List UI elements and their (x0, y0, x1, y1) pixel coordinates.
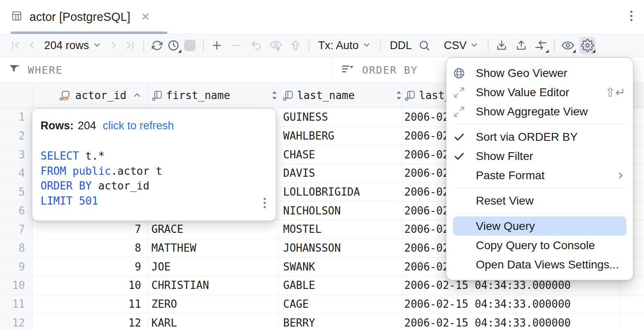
cell-last-name[interactable]: CAGE (278, 295, 403, 314)
cell-actor-id[interactable]: 8 (33, 239, 148, 258)
popup-kebab-icon[interactable] (263, 197, 267, 211)
export-format-dropdown[interactable]: CSV (440, 38, 483, 52)
menu-item-paste-format[interactable]: Paste Format (446, 166, 633, 185)
cell-actor-id[interactable]: 7 (33, 220, 148, 239)
header-gutter[interactable] (0, 83, 33, 108)
cell-last-name[interactable]: LOLLOBRIGIDA (278, 183, 403, 202)
menu-item-show-geo-viewer[interactable]: Show Geo Viewer (446, 63, 633, 83)
download-icon[interactable] (493, 37, 510, 54)
refresh-icon[interactable] (149, 37, 165, 54)
where-filter-input[interactable]: WHERE (0, 57, 331, 83)
cell-first-name[interactable]: CHRISTIAN (148, 276, 278, 295)
column-icon (404, 90, 416, 101)
menu-item-open-data-views-settings[interactable]: Open Data Views Settings... (446, 255, 633, 274)
sql-line: FROM public.actor t (41, 164, 268, 179)
row-number[interactable]: 9 (0, 257, 33, 276)
cell-first-name[interactable]: MATTHEW (148, 239, 278, 258)
sort-both-icon[interactable] (396, 90, 402, 101)
tab-actor-postgresql[interactable]: actor [PostgreSQL] ✕ (11, 0, 153, 34)
row-number[interactable]: 2 (0, 127, 33, 146)
menu-item-copy-query-to-console[interactable]: Copy Query to Console (446, 236, 633, 255)
menu-item-show-value-editor[interactable]: Show Value Editor⇧↵ (446, 83, 633, 102)
cell-last-name[interactable]: DAVIS (278, 164, 403, 183)
compare-icon[interactable] (533, 37, 549, 54)
search-icon[interactable] (416, 37, 432, 54)
column-header-last-name[interactable]: last_name (278, 83, 403, 108)
sort-both-icon[interactable] (271, 90, 278, 101)
submenu-chevron-icon (616, 171, 626, 180)
row-number[interactable]: 4 (0, 164, 33, 183)
cell-first-name[interactable]: ZERO (148, 295, 278, 314)
page-size-dropdown[interactable]: 204 rows (40, 38, 106, 52)
cell-last-update[interactable]: 2006-02-15 04:34:33.000000 (403, 313, 620, 329)
table-row: 1212KARLBERRY2006-02-15 04:34:33.000000 (0, 313, 644, 329)
menu-item-label: Show Geo Viewer (476, 67, 626, 80)
cell-last-name[interactable]: JOHANSSON (278, 239, 403, 258)
cell-actor-id[interactable]: 10 (33, 276, 148, 295)
column-header-first-name[interactable]: first_name (148, 83, 278, 108)
geo-viewer-icon (453, 67, 476, 79)
refresh-link[interactable]: click to refresh (103, 119, 174, 132)
query-tooltip-popup: Rows: 204 click to refresh SELECT t.*FRO… (32, 108, 276, 221)
toolbar-separator (488, 39, 489, 52)
upload-icon[interactable] (513, 37, 529, 54)
cell-last-name[interactable]: CHASE (278, 145, 403, 164)
delete-row-icon[interactable] (228, 37, 245, 54)
undo-icon[interactable] (248, 37, 264, 54)
menu-item-show-filter[interactable]: Show Filter (446, 146, 633, 166)
menu-item-reset-view[interactable]: Reset View (446, 191, 633, 210)
cell-last-name[interactable]: WAHLBERG (278, 127, 403, 146)
column-header-actor-id[interactable]: actor_id (33, 83, 148, 108)
row-number[interactable]: 11 (0, 295, 33, 314)
cell-last-name[interactable]: BERRY (278, 313, 403, 329)
menu-item-label: Open Data Views Settings... (476, 258, 626, 271)
row-number[interactable]: 5 (0, 183, 33, 202)
menu-item-sort-via-order-by[interactable]: Sort via ORDER BY (446, 127, 633, 146)
row-number[interactable]: 1 (0, 108, 33, 127)
cell-last-name[interactable]: GABLE (278, 276, 403, 295)
cell-actor-id[interactable]: 12 (33, 313, 148, 329)
column-icon (282, 90, 294, 101)
row-number[interactable]: 10 (0, 276, 33, 295)
cell-first-name[interactable]: GRACE (148, 220, 278, 239)
cell-last-name[interactable]: GUINESS (278, 108, 403, 127)
menu-item-view-query[interactable]: View Query (453, 216, 626, 236)
row-number[interactable]: 7 (0, 220, 33, 239)
menu-separator (453, 188, 626, 188)
cell-last-name[interactable]: NICHOLSON (278, 201, 403, 220)
data-toolbar: 204 rows Tx: Auto DDL CSV (0, 34, 644, 57)
row-number[interactable]: 6 (0, 201, 33, 220)
cell-last-name[interactable]: SWANK (278, 257, 403, 276)
cell-first-name[interactable]: JOE (148, 257, 278, 276)
first-page-icon[interactable] (7, 37, 24, 54)
rows-label: Rows: (41, 119, 74, 132)
cell-first-name[interactable]: KARL (148, 313, 278, 329)
ddl-button[interactable]: DDL (386, 39, 416, 52)
expand-icon (453, 106, 476, 118)
prev-page-icon[interactable] (24, 37, 40, 54)
stop-square (184, 40, 196, 51)
tx-mode-dropdown[interactable]: Tx: Auto (314, 38, 375, 52)
cell-actor-id[interactable]: 9 (33, 257, 148, 276)
ddl-label: DDL (390, 39, 412, 52)
table-row: 1111ZEROCAGE2006-02-15 04:34:33.000000 (0, 295, 644, 314)
cell-last-update[interactable]: 2006-02-15 04:34:33.000000 (403, 295, 620, 314)
cell-last-name[interactable]: MOSTEL (278, 220, 403, 239)
submit-icon[interactable] (287, 37, 304, 54)
sort-asc-icon[interactable] (132, 90, 142, 100)
cell-actor-id[interactable]: 11 (33, 295, 148, 314)
tab-bar-kebab-icon[interactable] (629, 10, 633, 24)
preview-changes-icon[interactable] (268, 37, 284, 54)
row-number[interactable]: 8 (0, 239, 33, 258)
add-row-icon[interactable] (209, 37, 225, 54)
gear-icon[interactable] (579, 37, 596, 54)
menu-item-show-aggregate-view[interactable]: Show Aggregate View (446, 102, 633, 121)
row-number[interactable]: 3 (0, 145, 33, 164)
next-page-icon[interactable] (106, 37, 122, 54)
row-number[interactable]: 12 (0, 313, 33, 329)
eye-icon[interactable] (560, 37, 576, 54)
stop-icon[interactable] (182, 37, 198, 54)
history-icon[interactable] (165, 37, 182, 54)
tab-close-icon[interactable]: ✕ (141, 11, 150, 22)
last-page-icon[interactable] (122, 37, 138, 54)
